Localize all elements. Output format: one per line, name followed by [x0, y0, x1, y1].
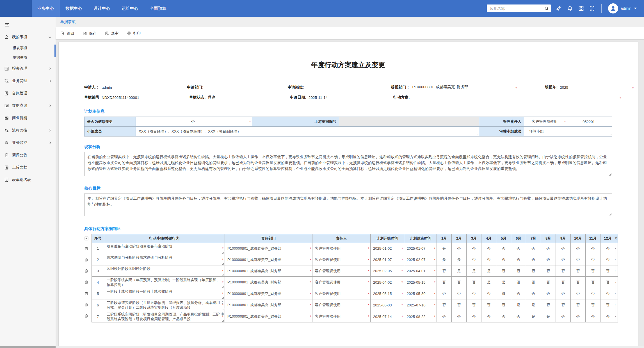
cell-month-10[interactable]: 否 [571, 243, 586, 254]
sidebar-item-8[interactable]: 新闻公告 [0, 149, 56, 161]
cell-month-1[interactable]: 否 [437, 311, 452, 322]
cell-end-date[interactable]: 2025-04-01* [404, 265, 437, 277]
cell-month-6[interactable]: 否 [511, 243, 526, 254]
cell-month-10[interactable]: 否 [571, 288, 586, 299]
cell-month-1[interactable]: 是 [437, 254, 452, 265]
cell-start-date[interactable]: 2025-01-07* [371, 254, 404, 265]
sidebar-collapse-button[interactable] [0, 19, 56, 31]
cell-month-2[interactable]: 否 [452, 311, 467, 322]
cell-end-date[interactable]: 2025-02-07* [404, 254, 437, 265]
cell-month-12[interactable]: 否 [600, 254, 615, 265]
cell-month-2[interactable]: 否 [452, 288, 467, 299]
cell-month-9[interactable]: 否 [556, 277, 571, 288]
delete-row-button-2[interactable] [84, 254, 88, 265]
cell-dept[interactable]: P100000801_成都泰美克_财务部* [225, 243, 312, 254]
cell-person[interactable]: 客户管理员使用* [312, 254, 371, 265]
cell-month-4[interactable]: 否 [481, 299, 496, 311]
cell-month-10[interactable]: 否 [571, 254, 586, 265]
field-is-info-change[interactable]: 否* [136, 117, 252, 127]
cell-month-2[interactable]: 否 [452, 243, 467, 254]
horizontal-scrollbar-track[interactable] [0, 346, 644, 348]
cell-month-4[interactable]: 否 [481, 243, 496, 254]
cell-month-7[interactable]: 是 [526, 311, 541, 322]
cell-month-4[interactable]: 是 [481, 265, 496, 277]
cell-month-9[interactable]: 否 [556, 288, 571, 299]
cell-month-6[interactable]: 是 [511, 299, 526, 311]
cell-month-3[interactable]: 是 [467, 265, 481, 277]
cell-month-11[interactable]: 否 [586, 243, 600, 254]
sidebar-subitem[interactable]: 单据事项 [0, 53, 56, 62]
delete-row-button-5[interactable] [84, 288, 88, 299]
cell-month-5[interactable]: 是 [496, 277, 511, 288]
bell-icon[interactable] [567, 6, 573, 11]
cell-month-2[interactable]: 是 [452, 265, 467, 277]
delete-row-button-6[interactable] [84, 299, 88, 310]
sidebar-item-3[interactable]: 台账管理 [0, 87, 56, 99]
sidebar-item-6[interactable]: 流程监控 [0, 124, 56, 137]
field-input[interactable]: NDXD2025111400001 [99, 95, 157, 101]
cell-month-8[interactable]: 否 [541, 288, 556, 299]
field-input[interactable]: admin [99, 85, 155, 91]
cell-month-2[interactable]: 是 [452, 254, 467, 265]
cell-month-8[interactable]: 否 [541, 254, 556, 265]
cell-month-7[interactable]: 否 [526, 243, 541, 254]
nav-item-0[interactable]: 业务中心 [32, 0, 60, 17]
cell-month-1[interactable]: 否 [437, 288, 452, 299]
cell-person[interactable]: 客户管理员使用* [312, 277, 371, 288]
cell-month-9[interactable]: 否 [556, 254, 571, 265]
field-input[interactable] [410, 100, 619, 101]
app-search-box[interactable] [487, 4, 551, 12]
field-manager[interactable]: 客户管理员使用* [524, 117, 567, 127]
cell-month-3[interactable]: 否 [467, 254, 481, 265]
cell-step[interactable]: 一阶段系统实现（年度预算、预算控制）一阶段系统实现（年度预算、预算控制）* [104, 277, 225, 288]
cell-month-6[interactable]: 否 [511, 311, 526, 322]
field-input[interactable]: P100000801_成都泰美克_财务部 [410, 85, 515, 91]
delete-row-button-7[interactable] [84, 310, 88, 321]
cell-step[interactable]: 需求调研与分析阶段需求调研与分析阶段* [104, 254, 225, 265]
cell-month-7[interactable]: 否 [526, 277, 541, 288]
avatar[interactable] [608, 3, 618, 13]
rocket-icon[interactable] [556, 6, 562, 12]
cell-dept[interactable]: P100000801_成都泰美克_财务部* [225, 277, 312, 288]
cell-month-8[interactable]: 否 [541, 277, 556, 288]
cell-month-12[interactable]: 否 [600, 288, 615, 299]
cell-start-date[interactable]: 2025-06-03* [371, 299, 404, 311]
toolbar-button-print[interactable]: 打印 [127, 31, 141, 36]
toolbar-button-save[interactable]: 保存 [83, 31, 96, 36]
cell-end-date[interactable]: 2025-07-10* [404, 299, 437, 311]
apps-icon[interactable] [578, 6, 584, 11]
cell-month-5[interactable]: 否 [496, 311, 511, 322]
cell-month-2[interactable]: 否 [452, 299, 467, 311]
cell-person[interactable]: 客户管理员使用* [312, 299, 371, 311]
cell-start-date[interactable]: 2025-01-02* [371, 243, 404, 254]
cell-month-5[interactable]: 是 [496, 288, 511, 299]
sidebar-item-2[interactable]: 业务管理 [0, 75, 56, 87]
cell-person[interactable]: 客户管理员使用* [312, 243, 371, 254]
cell-month-4[interactable]: 是 [481, 277, 496, 288]
cell-month-12[interactable]: 否 [600, 299, 615, 311]
cell-month-10[interactable]: 否 [571, 299, 586, 311]
sidebar-item-7[interactable]: 业务监控 [0, 137, 56, 149]
field-review-team[interactable]: 预算小组 [524, 127, 612, 137]
search-icon[interactable] [544, 6, 549, 11]
cell-month-8[interactable]: 是 [541, 311, 556, 322]
cell-start-date[interactable]: 2025-02-05* [371, 265, 404, 277]
cell-person[interactable]: 客户管理员使用* [312, 265, 371, 277]
user-menu[interactable]: admin [608, 3, 637, 13]
delete-row-button-1[interactable] [84, 243, 88, 254]
cell-month-1[interactable]: 否 [437, 299, 452, 311]
cell-month-3[interactable]: 否 [467, 277, 481, 288]
fullscreen-icon[interactable] [589, 6, 595, 11]
cell-month-7[interactable]: 否 [526, 288, 541, 299]
cell-month-9[interactable]: 否 [556, 243, 571, 254]
sidebar-subitem[interactable]: 报表事项 [0, 43, 56, 53]
cell-person[interactable]: 客户管理员使用* [312, 288, 371, 299]
cell-month-9[interactable]: 否 [556, 299, 571, 311]
cell-month-3[interactable]: 否 [467, 311, 481, 322]
cell-dept[interactable]: P100000801_成都泰美克_财务部* [225, 254, 312, 265]
cell-start-date[interactable]: 2025-07-14* [371, 311, 404, 322]
chevron-down-icon[interactable] [634, 8, 637, 9]
cell-month-9[interactable]: 否 [556, 311, 571, 322]
cell-month-4[interactable]: 否 [481, 288, 496, 299]
cell-month-4[interactable]: 否 [481, 311, 496, 322]
